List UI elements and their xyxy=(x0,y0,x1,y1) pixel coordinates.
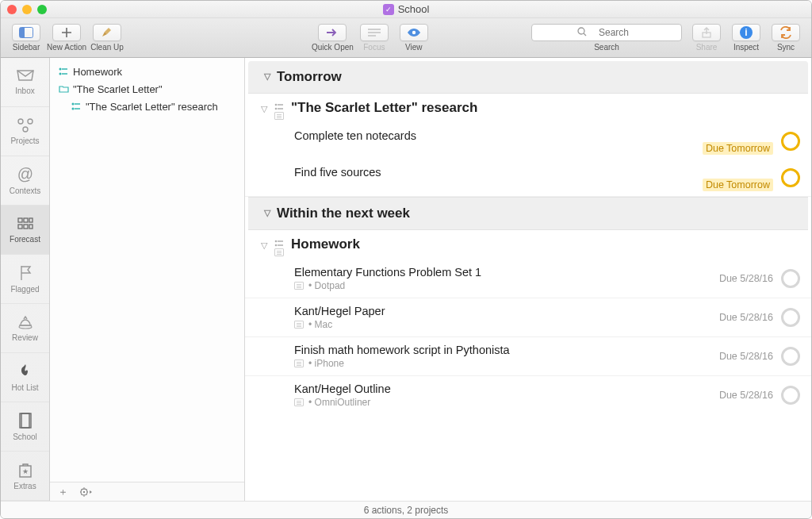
task-row[interactable]: Kant/Hegel Outline • OmniOutliner Due 5/… xyxy=(245,376,811,414)
project-icon xyxy=(71,102,82,110)
contexts-icon: @ xyxy=(16,166,35,183)
svg-rect-3 xyxy=(368,32,381,33)
disclosure-triangle-icon[interactable]: ▽ xyxy=(264,71,270,82)
projects-icon xyxy=(17,117,34,133)
task-row[interactable]: Complete ten notecards Due Tomorrow xyxy=(245,123,811,160)
sync-icon xyxy=(772,24,800,41)
perspective-projects[interactable]: Projects xyxy=(1,107,49,156)
svg-rect-14 xyxy=(18,218,22,222)
svg-rect-2 xyxy=(368,29,381,30)
task-context: • iPhone xyxy=(308,358,344,369)
svg-point-30 xyxy=(83,490,85,492)
due-badge: Due Tomorrow xyxy=(703,179,773,191)
sidebar-button[interactable]: Sidebar xyxy=(7,21,45,56)
window-controls xyxy=(7,5,47,14)
perspective-flagged[interactable]: Flagged xyxy=(1,255,49,304)
broom-icon xyxy=(93,24,121,41)
status-circle[interactable] xyxy=(781,386,800,405)
svg-point-26 xyxy=(59,73,62,75)
task-row[interactable]: Find five sources Due Tomorrow xyxy=(245,160,811,197)
status-circle[interactable] xyxy=(781,269,800,288)
focus-button[interactable]: Focus xyxy=(355,21,393,56)
perspective-icon: ✓ xyxy=(383,4,394,15)
focus-icon xyxy=(360,24,389,41)
svg-text:@: @ xyxy=(17,166,33,183)
new-action-button[interactable]: New Action xyxy=(47,21,86,56)
perspective-inbox[interactable]: Inbox xyxy=(1,58,49,107)
add-button[interactable]: ＋ xyxy=(58,485,68,499)
svg-point-28 xyxy=(72,108,75,110)
minimize-window-button[interactable] xyxy=(22,5,32,14)
view-button[interactable]: View xyxy=(395,21,433,56)
perspective-school[interactable]: School xyxy=(1,402,49,452)
flag-icon xyxy=(17,264,33,282)
share-button[interactable]: Share xyxy=(688,21,726,56)
outline-item-homework[interactable]: Homework xyxy=(50,63,244,80)
outline-item-scarlet-research[interactable]: "The Scarlet Letter" research xyxy=(50,98,244,115)
perspective-forecast[interactable]: Forecast xyxy=(1,206,49,255)
note-icon xyxy=(294,282,304,290)
project-type-icons xyxy=(274,100,285,120)
extras-icon: ★ xyxy=(17,461,33,479)
svg-point-33 xyxy=(275,240,278,242)
svg-point-34 xyxy=(275,244,278,246)
perspective-review[interactable]: Review xyxy=(1,304,49,353)
svg-rect-15 xyxy=(24,218,28,222)
flame-icon xyxy=(18,363,33,380)
project-title: Homework xyxy=(291,236,360,252)
perspective-extras[interactable]: ★ Extras xyxy=(1,452,49,501)
status-circle[interactable] xyxy=(781,168,800,187)
project-header-homework[interactable]: ▽ Homework xyxy=(245,230,811,260)
note-icon xyxy=(294,359,304,367)
eye-icon xyxy=(400,24,428,41)
svg-text:i: i xyxy=(745,27,747,38)
note-icon xyxy=(294,398,304,406)
project-type-icons xyxy=(274,236,285,256)
section-header-tomorrow[interactable]: ▽ Tomorrow xyxy=(248,61,808,94)
main: Inbox Projects @ Contexts Forecast Flagg… xyxy=(1,58,811,501)
project-icon xyxy=(58,67,69,75)
inspect-button[interactable]: i Inspect xyxy=(727,21,765,56)
svg-point-11 xyxy=(28,119,33,124)
zoom-window-button[interactable] xyxy=(37,5,47,14)
section-header-week[interactable]: ▽ Within the next week xyxy=(248,197,808,230)
project-title: "The Scarlet Letter" research xyxy=(291,100,477,116)
quick-open-icon xyxy=(318,24,347,41)
plus-icon xyxy=(52,24,81,41)
clean-up-button[interactable]: Clean Up xyxy=(88,21,126,56)
svg-point-32 xyxy=(275,107,278,110)
perspective-hotlist[interactable]: Hot List xyxy=(1,353,49,402)
status-circle[interactable] xyxy=(781,132,800,151)
task-title: Find five sources xyxy=(294,166,799,179)
disclosure-triangle-icon[interactable]: ▽ xyxy=(261,236,267,251)
status-circle[interactable] xyxy=(781,347,800,366)
svg-rect-1 xyxy=(20,28,25,37)
task-row[interactable]: Finish math homework script in Pythonist… xyxy=(245,337,811,376)
search-input[interactable] xyxy=(531,24,682,41)
svg-point-12 xyxy=(23,127,28,132)
svg-rect-16 xyxy=(29,218,33,222)
quick-open-button[interactable]: Quick Open xyxy=(312,21,354,56)
svg-point-31 xyxy=(275,103,278,106)
svg-text:★: ★ xyxy=(22,467,29,475)
window-title: ✓ School xyxy=(1,3,811,15)
due-label: Due 5/28/16 xyxy=(719,273,773,284)
disclosure-triangle-icon[interactable]: ▽ xyxy=(264,208,270,218)
outline-item-scarlet-folder[interactable]: "The Scarlet Letter" xyxy=(50,80,244,98)
svg-point-25 xyxy=(59,68,62,71)
task-row[interactable]: Elementary Functions Problem Set 1 • Dot… xyxy=(245,260,811,298)
note-icon xyxy=(274,112,285,120)
task-row[interactable]: Kant/Hegel Paper • Mac Due 5/28/16 xyxy=(245,298,811,337)
disclosure-triangle-icon[interactable]: ▽ xyxy=(261,100,267,114)
perspective-contexts[interactable]: @ Contexts xyxy=(1,156,49,206)
sidebar-outline: Homework "The Scarlet Letter" "The Scarl… xyxy=(50,58,245,501)
task-title: Complete ten notecards xyxy=(294,129,799,142)
status-circle[interactable] xyxy=(781,308,800,327)
settings-gear-button[interactable] xyxy=(79,486,94,498)
close-window-button[interactable] xyxy=(7,5,17,14)
sync-button[interactable]: Sync xyxy=(767,21,805,56)
due-label: Due 5/28/16 xyxy=(719,390,773,401)
project-header-scarlet[interactable]: ▽ "The Scarlet Letter" research xyxy=(245,94,811,123)
task-context: • OmniOutliner xyxy=(308,397,370,408)
review-icon xyxy=(16,314,35,330)
